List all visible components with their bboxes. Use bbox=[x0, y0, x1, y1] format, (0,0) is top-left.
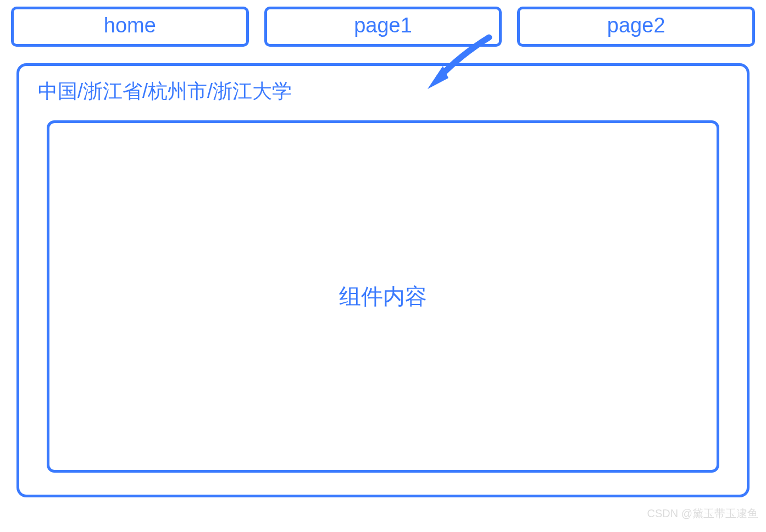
breadcrumb[interactable]: 中国/浙江省/杭州市/浙江大学 bbox=[36, 78, 730, 105]
tab-label: page2 bbox=[607, 14, 665, 37]
content-label: 组件内容 bbox=[339, 281, 427, 312]
main-panel: 中国/浙江省/杭州市/浙江大学 组件内容 bbox=[16, 63, 750, 497]
tab-bar: home page1 page2 bbox=[7, 7, 759, 47]
tab-label: page1 bbox=[354, 14, 412, 37]
tab-label: home bbox=[104, 14, 156, 37]
content-box: 组件内容 bbox=[47, 120, 719, 473]
watermark: CSDN @黛玉带玉逮鱼 bbox=[647, 506, 758, 521]
tab-page2[interactable]: page2 bbox=[517, 7, 755, 47]
tab-page1[interactable]: page1 bbox=[264, 7, 502, 47]
tab-home[interactable]: home bbox=[11, 7, 249, 47]
